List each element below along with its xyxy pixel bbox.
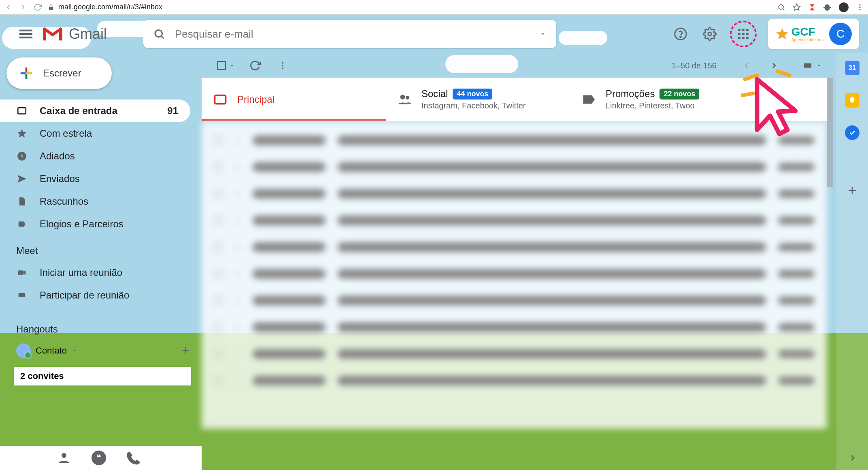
send-icon bbox=[16, 173, 28, 184]
browser-profile-avatar[interactable] bbox=[839, 2, 849, 12]
sidebar-item-sent[interactable]: Enviados bbox=[0, 167, 190, 190]
zoom-icon[interactable] bbox=[777, 3, 785, 11]
sidebar-item-snoozed[interactable]: Adiados bbox=[0, 145, 190, 167]
sidebar-item-custom-label[interactable]: Elogios e Parceiros bbox=[0, 213, 190, 235]
google-apps-button[interactable] bbox=[730, 21, 757, 47]
sidebar-item-inbox[interactable]: Caixa de entrada 91 bbox=[0, 100, 190, 122]
svg-rect-44 bbox=[217, 61, 226, 70]
search-options-dropdown-icon[interactable] bbox=[539, 30, 547, 38]
calendar-addon-button[interactable]: 31 bbox=[845, 61, 859, 75]
svg-rect-11 bbox=[59, 28, 62, 40]
svg-rect-10 bbox=[43, 28, 46, 40]
mail-list[interactable]: ★ ★ ★ ★ ★ ★ ★ ★ ★ ★ bbox=[202, 121, 827, 429]
tab-label: Principal bbox=[237, 94, 274, 105]
hide-panel-button[interactable] bbox=[848, 453, 857, 463]
meet-start-button[interactable]: Iniciar uma reunião bbox=[0, 261, 190, 284]
select-all-button[interactable] bbox=[216, 60, 235, 71]
svg-rect-41 bbox=[19, 293, 26, 297]
svg-point-18 bbox=[738, 29, 740, 31]
people-icon bbox=[397, 92, 412, 107]
browser-menu-icon[interactable] bbox=[856, 3, 864, 11]
svg-marker-27 bbox=[777, 28, 788, 39]
browser-reload-button[interactable] bbox=[33, 3, 42, 12]
main-menu-button[interactable] bbox=[16, 24, 36, 44]
tab-preview: Instagram, Facebook, Twitter bbox=[421, 101, 526, 110]
contact-name: Contato bbox=[36, 345, 67, 356]
refresh-button[interactable] bbox=[248, 58, 262, 73]
sidebar-item-label: Rascunhos bbox=[40, 196, 88, 207]
compose-button[interactable]: Escrever bbox=[6, 57, 112, 89]
tasks-addon-button[interactable] bbox=[845, 125, 859, 140]
svg-point-20 bbox=[746, 29, 749, 31]
prev-page-button[interactable] bbox=[739, 58, 754, 73]
page-range: 1–50 de 156 bbox=[672, 61, 717, 70]
contacts-tab-icon[interactable] bbox=[57, 451, 71, 465]
svg-rect-49 bbox=[804, 64, 811, 68]
svg-marker-38 bbox=[17, 175, 26, 183]
account-avatar[interactable]: C bbox=[829, 23, 852, 45]
support-button[interactable] bbox=[672, 25, 689, 43]
sidebar-item-drafts[interactable]: Rascunhos bbox=[0, 190, 190, 213]
svg-rect-51 bbox=[215, 95, 226, 104]
clock-icon bbox=[16, 150, 28, 162]
extensions-puzzle-icon[interactable] bbox=[823, 3, 832, 11]
svg-marker-36 bbox=[17, 129, 26, 138]
scrollbar[interactable] bbox=[827, 78, 833, 187]
chat-tab-icon[interactable]: ❝ bbox=[91, 451, 106, 465]
tab-social[interactable]: Social 44 novos Instagram, Facebook, Twi… bbox=[386, 78, 570, 121]
hangouts-contact[interactable]: Contato + bbox=[0, 340, 202, 361]
browser-url[interactable]: mail.google.com/mail/u/3/#inbox bbox=[58, 3, 162, 11]
mail-toolbar: 1–50 de 156 bbox=[202, 53, 836, 78]
invite-box[interactable]: 2 convites bbox=[11, 367, 191, 385]
svg-rect-39 bbox=[18, 271, 23, 275]
tab-label: Social bbox=[421, 88, 448, 100]
hangouts-heading: Hangouts bbox=[0, 314, 202, 340]
gmail-logo[interactable]: Gmail bbox=[42, 25, 107, 42]
add-contact-button[interactable]: + bbox=[182, 343, 189, 358]
sidebar-item-label: Participar de reunião bbox=[40, 290, 129, 301]
svg-point-21 bbox=[738, 33, 740, 35]
tab-primary[interactable]: Principal bbox=[202, 78, 386, 121]
tab-preview: Linktree, Pinterest, Twoo bbox=[606, 101, 699, 110]
side-panel: 31 + bbox=[836, 53, 868, 470]
bookmark-star-icon[interactable] bbox=[793, 3, 801, 11]
svg-point-19 bbox=[742, 29, 745, 31]
search-icon bbox=[153, 28, 165, 40]
svg-point-24 bbox=[738, 37, 740, 39]
sidebar-item-starred[interactable]: Com estrela bbox=[0, 122, 190, 145]
svg-point-53 bbox=[406, 96, 409, 100]
svg-marker-40 bbox=[23, 271, 26, 275]
search-box[interactable] bbox=[143, 20, 556, 48]
next-page-button[interactable] bbox=[767, 58, 781, 73]
gcf-star-icon bbox=[775, 27, 789, 41]
browser-forward-button[interactable] bbox=[19, 3, 28, 12]
promo-badge: 22 novos bbox=[660, 89, 699, 100]
svg-rect-8 bbox=[19, 33, 32, 35]
browser-chrome: mail.google.com/mail/u/3/#inbox bbox=[0, 0, 868, 15]
gmail-icon bbox=[42, 26, 63, 42]
label-icon bbox=[16, 218, 28, 230]
tab-promotions[interactable]: Promoções 22 novos Linktree, Pinterest, … bbox=[570, 78, 754, 121]
svg-line-1 bbox=[783, 8, 785, 10]
svg-point-48 bbox=[282, 68, 283, 69]
svg-point-0 bbox=[779, 4, 783, 9]
search-input[interactable] bbox=[175, 28, 539, 40]
svg-point-16 bbox=[680, 36, 681, 38]
svg-point-25 bbox=[742, 37, 745, 39]
brand-subtext: AprendeLibre.org bbox=[791, 38, 823, 42]
phone-tab-icon[interactable] bbox=[126, 451, 141, 465]
svg-marker-50 bbox=[818, 65, 820, 66]
checkbox-icon bbox=[216, 60, 227, 71]
meet-join-button[interactable]: Participar de reunião bbox=[0, 284, 190, 307]
keep-addon-button[interactable] bbox=[845, 93, 859, 108]
browser-back-button[interactable] bbox=[4, 3, 13, 12]
svg-rect-35 bbox=[18, 108, 26, 114]
input-tools-button[interactable] bbox=[802, 61, 822, 70]
settings-button[interactable] bbox=[701, 25, 719, 43]
file-icon bbox=[16, 196, 28, 207]
extension-icon[interactable] bbox=[808, 3, 816, 11]
svg-point-23 bbox=[746, 33, 749, 35]
get-addons-button[interactable]: + bbox=[848, 182, 856, 199]
chevron-down-icon bbox=[229, 63, 235, 68]
more-button[interactable] bbox=[275, 58, 290, 73]
